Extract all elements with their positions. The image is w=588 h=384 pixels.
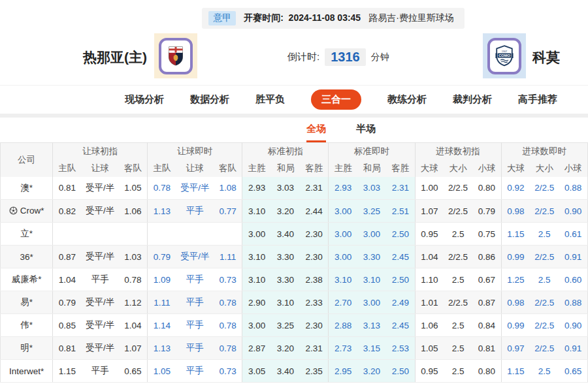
odds-cell: 1.04 — [119, 314, 148, 337]
odds-cell: 0.61 — [559, 223, 587, 246]
odds-cell: 平手 — [82, 360, 119, 383]
odds-cell: 3.30 — [357, 246, 386, 268]
odds-cell: 2.5 — [530, 223, 559, 246]
como-crest-icon: 1907 COMO — [487, 38, 521, 74]
odds-cell: 2.30 — [300, 246, 329, 268]
countdown-label: 倒计时: — [287, 51, 319, 63]
nav-tab-3[interactable]: 三合一 — [311, 89, 361, 110]
odds-cell: 1.09 — [148, 268, 176, 291]
odds-cell: 3.40 — [271, 223, 300, 246]
odds-cell: 2/2.5 — [444, 177, 472, 200]
match-info-bar: 意甲 开赛时间: 2024-11-08 03:45 路易吉·费拉里斯球场 — [202, 8, 465, 29]
table-row: Interwet*1.15平手0.651.05平手0.733.053.402.3… — [1, 360, 588, 383]
subtab-0[interactable]: 全场 — [306, 123, 326, 142]
countdown: 倒计时: 1316 分钟 — [287, 48, 389, 66]
company-cell[interactable]: Interwet* — [1, 360, 53, 383]
odds-cell: 平手 — [176, 314, 214, 337]
odds-cell: 受平/半 — [82, 337, 119, 360]
odds-cell: 0.95 — [415, 360, 444, 383]
table-row: 澳*0.81受平/半1.050.78受平/半1.082.933.032.312.… — [1, 177, 588, 200]
table-row: Crow*0.82受平/半1.061.13平手0.773.103.202.443… — [1, 200, 588, 223]
odds-cell: 3.00 — [242, 223, 271, 246]
odds-cell: 0.90 — [559, 314, 587, 337]
odds-cell: 受平/半 — [176, 246, 214, 268]
odds-cell: 2.5 — [530, 268, 559, 291]
company-cell[interactable]: 伟* — [1, 314, 53, 337]
nav-tab-1[interactable]: 数据分析 — [190, 93, 229, 106]
odds-cell: 0.90 — [559, 200, 587, 223]
odds-cell: 1.14 — [148, 314, 176, 337]
nav-tab-6[interactable]: 高手推荐 — [518, 93, 557, 106]
sub-header: 主胜 — [329, 160, 357, 177]
nav-tab-0[interactable]: 现场分析 — [125, 93, 164, 106]
sub-header: 和局 — [271, 160, 300, 177]
company-column-header: 公司 — [1, 143, 53, 177]
odds-cell: 受平/半 — [82, 177, 119, 200]
company-cell[interactable]: Crow* — [1, 200, 53, 223]
table-row: 易*0.79受平/半1.121.11平手0.782.903.102.332.70… — [1, 291, 588, 314]
odds-cell: 1.05 — [415, 337, 444, 360]
odds-cell: 0.81 — [53, 337, 82, 360]
company-name: 36* — [20, 252, 33, 262]
odds-cell: 2.5 — [444, 360, 472, 383]
odds-cell: 3.10 — [242, 200, 271, 223]
odds-cell: 0.91 — [559, 337, 587, 360]
odds-cell: 平手 — [176, 291, 214, 314]
odds-cell: 2.73 — [329, 337, 357, 360]
home-team-logo — [154, 33, 197, 78]
odds-cell: 0.84 — [472, 314, 501, 337]
odds-cell: 受平/半 — [82, 314, 119, 337]
subtab-1[interactable]: 半场 — [356, 123, 376, 142]
odds-cell: 2/2.5 — [444, 291, 472, 314]
odds-cell: 2.5 — [444, 223, 472, 246]
odds-cell: 2.33 — [300, 291, 329, 314]
odds-cell: 2.95 — [329, 360, 357, 383]
odds-cell: 2.31 — [300, 177, 329, 200]
odds-cell: 2.45 — [386, 314, 415, 337]
topbar-wrap: 意甲 开赛时间: 2024-11-08 03:45 路易吉·费拉里斯球场 — [0, 0, 588, 29]
sub-header: 小球 — [559, 160, 587, 177]
sub-header: 小球 — [472, 160, 501, 177]
nav-tab-2[interactable]: 胜平负 — [255, 93, 285, 106]
nav-tab-5[interactable]: 裁判分析 — [453, 93, 492, 106]
company-cell[interactable]: 立* — [1, 223, 53, 246]
odds-cell: 平手 — [176, 360, 214, 383]
odds-cell: 2.5 — [444, 314, 472, 337]
company-cell[interactable]: 36* — [1, 246, 53, 268]
odds-cell — [176, 223, 214, 246]
table-row: 威廉希*1.04平手0.781.09平手0.733.103.302.383.10… — [1, 268, 588, 291]
odds-cell: 2.51 — [386, 200, 415, 223]
sub-header: 客胜 — [300, 160, 329, 177]
odds-cell: 0.88 — [559, 177, 587, 200]
group-header-1: 让球即时 — [148, 143, 242, 160]
odds-cell: 3.40 — [271, 360, 300, 383]
odds-cell: 2.35 — [300, 360, 329, 383]
odds-cell: 1.15 — [53, 360, 82, 383]
odds-cell: 3.00 — [329, 246, 357, 268]
sub-header: 主胜 — [242, 160, 271, 177]
odds-cell: 0.73 — [214, 268, 242, 291]
company-cell[interactable]: 明* — [1, 337, 53, 360]
odds-cell: 2.49 — [386, 291, 415, 314]
odds-cell: 3.10 — [329, 268, 357, 291]
company-cell[interactable]: 易* — [1, 291, 53, 314]
odds-cell: 2/2.5 — [530, 177, 559, 200]
nav-tab-4[interactable]: 教练分析 — [387, 93, 427, 106]
svg-text:1907: 1907 — [502, 50, 507, 53]
company-cell[interactable]: 威廉希* — [1, 268, 53, 291]
odds-cell: 0.99 — [501, 246, 530, 268]
odds-cell: 3.00 — [357, 291, 386, 314]
sub-header: 客胜 — [386, 160, 415, 177]
odds-cell: 3.20 — [357, 360, 386, 383]
odds-cell: 2.50 — [386, 223, 415, 246]
home-team-name: 热那亚(主) — [0, 48, 147, 67]
odds-cell: 1.05 — [119, 177, 148, 200]
odds-cell: 2.5 — [444, 337, 472, 360]
company-cell[interactable]: 澳* — [1, 177, 53, 200]
odds-cell: 2.87 — [242, 337, 271, 360]
odds-cell: 1.05 — [148, 360, 176, 383]
genoa-crest-icon — [159, 38, 193, 74]
svg-text:COMO: COMO — [498, 54, 510, 57]
odds-cell: 0.97 — [501, 337, 530, 360]
sub-header: 和局 — [357, 160, 386, 177]
